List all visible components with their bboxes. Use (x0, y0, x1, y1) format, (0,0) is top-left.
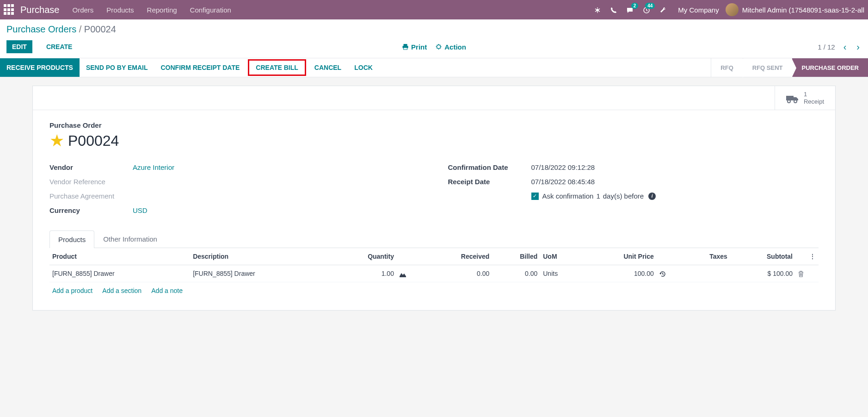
messages-badge: 2 (631, 3, 639, 9)
stat-label: Receipt (804, 98, 824, 106)
currency-label: Currency (49, 206, 133, 214)
svg-rect-2 (403, 44, 407, 46)
th-billed[interactable]: Billed (492, 248, 540, 265)
nav-orders[interactable]: Orders (73, 6, 94, 14)
star-icon[interactable]: ★ (49, 131, 64, 150)
status-purchase-order[interactable]: PURCHASE ORDER (792, 58, 868, 77)
ask-confirm-days: 1 (596, 192, 600, 200)
th-desc[interactable]: Description (190, 248, 331, 265)
status-rfq[interactable]: RFQ (711, 58, 742, 77)
tab-other-info[interactable]: Other Information (94, 230, 166, 248)
cell-subtotal: $ 100.00 (730, 265, 795, 282)
order-lines-table: Product Description Quantity Received Bi… (49, 248, 819, 299)
info-icon[interactable]: i (648, 193, 656, 200)
nav-products[interactable]: Products (106, 6, 134, 14)
add-product-link[interactable]: Add a product (52, 287, 92, 294)
delete-row-icon[interactable] (795, 265, 806, 282)
status-bar: RFQ RFQ SENT PURCHASE ORDER (711, 58, 868, 77)
svg-rect-4 (403, 48, 407, 50)
th-qty[interactable]: Quantity (331, 248, 397, 265)
nav-configuration[interactable]: Configuration (190, 6, 231, 14)
confirm-date-label: Confirmation Date (448, 163, 531, 171)
form-sheet: 1 Receipt Purchase Order ★ P00024 Vendor… (32, 86, 836, 311)
print-button[interactable]: Print (402, 43, 427, 51)
breadcrumb-root[interactable]: Purchase Orders (6, 24, 76, 34)
th-price[interactable]: Unit Price (582, 248, 656, 265)
print-label: Print (411, 43, 427, 51)
breadcrumb: Purchase Orders / P00024 (6, 24, 862, 35)
forecast-icon[interactable] (397, 265, 422, 282)
th-recv[interactable]: Received (422, 248, 492, 265)
th-subtotal[interactable]: Subtotal (730, 248, 795, 265)
confirm-date-button[interactable]: Confirm Receipt Date (154, 58, 246, 77)
lock-button[interactable]: Lock (348, 58, 379, 77)
svg-point-7 (788, 100, 790, 103)
currency-value[interactable]: USD (133, 206, 148, 214)
page-title-label: Purchase Order (49, 121, 819, 129)
app-brand[interactable]: Purchase (20, 5, 60, 15)
create-bill-button[interactable]: Create Bill (248, 59, 306, 76)
pager-prev-icon[interactable]: ‹ (842, 42, 849, 52)
avatar[interactable] (726, 3, 739, 16)
action-button[interactable]: Action (435, 43, 466, 51)
svg-point-5 (437, 45, 440, 49)
add-note-link[interactable]: Add a note (151, 287, 183, 294)
clock-badge: 44 (645, 3, 655, 9)
cell-price: 100.00 (582, 265, 656, 282)
table-row[interactable]: [FURN_8855] Drawer [FURN_8855] Drawer 1.… (49, 265, 819, 282)
th-uom[interactable]: UoM (540, 248, 582, 265)
svg-point-8 (794, 100, 797, 103)
receipt-date-value: 07/18/2022 08:45:48 (531, 178, 595, 186)
ask-confirm-suffix: day(s) before (603, 192, 644, 200)
vendor-label: Vendor (49, 163, 133, 171)
phone-icon[interactable] (610, 6, 617, 13)
create-button[interactable]: Create (41, 40, 78, 53)
order-name: P00024 (68, 132, 119, 149)
bug-icon[interactable] (594, 6, 601, 13)
ask-confirm-checkbox[interactable]: ✓ (531, 193, 539, 200)
action-label: Action (444, 43, 466, 51)
agreement-label: Purchase Agreement (49, 192, 133, 200)
cell-billed: 0.00 (492, 265, 540, 282)
price-history-icon[interactable] (657, 265, 682, 282)
send-po-button[interactable]: Send PO by Email (80, 58, 154, 77)
cell-qty: 1.00 (331, 265, 397, 282)
columns-menu-icon[interactable]: ⋮ (809, 253, 816, 260)
top-navbar: Purchase Orders Products Reporting Confi… (0, 0, 868, 19)
th-taxes[interactable]: Taxes (682, 248, 730, 265)
tab-products[interactable]: Products (49, 230, 94, 248)
pager-text[interactable]: 1 / 12 (818, 43, 835, 51)
user-menu[interactable]: Mitchell Admin (17548091-saas-15-2-all (742, 6, 864, 14)
breadcrumb-current: P00024 (84, 24, 116, 34)
truck-icon (786, 92, 799, 105)
cancel-button[interactable]: Cancel (308, 58, 348, 77)
receipt-date-label: Receipt Date (448, 178, 531, 186)
apps-icon[interactable] (4, 4, 15, 15)
add-section-link[interactable]: Add a section (102, 287, 142, 294)
stat-count: 1 (804, 91, 824, 98)
cell-taxes (682, 265, 730, 282)
company-selector[interactable]: My Company (678, 6, 719, 14)
wrench-icon[interactable] (659, 6, 667, 13)
action-bar: Receive Products Send PO by Email Confir… (0, 58, 868, 77)
nav-reporting[interactable]: Reporting (147, 6, 177, 14)
vendor-ref-label: Vendor Reference (49, 178, 133, 186)
th-product[interactable]: Product (49, 248, 190, 265)
vendor-value[interactable]: Azure Interior (133, 163, 174, 171)
ask-confirm-prefix: Ask confirmation (542, 192, 594, 200)
svg-rect-6 (786, 96, 794, 100)
status-rfq-sent[interactable]: RFQ SENT (743, 58, 792, 77)
svg-point-0 (596, 9, 599, 12)
cell-recv: 0.00 (422, 265, 492, 282)
cell-uom: Units (540, 265, 582, 282)
receipt-stat-button[interactable]: 1 Receipt (775, 86, 835, 110)
cell-desc: [FURN_8855] Drawer (190, 265, 331, 282)
edit-button[interactable]: Edit (6, 40, 32, 53)
clock-icon[interactable]: 44 (643, 6, 650, 13)
messages-icon[interactable]: 2 (626, 6, 634, 13)
control-bar: Purchase Orders / P00024 Edit Create Pri… (0, 19, 868, 58)
confirm-date-value: 07/18/2022 09:12:28 (531, 163, 595, 171)
cell-product: [FURN_8855] Drawer (49, 265, 190, 282)
pager-next-icon[interactable]: › (855, 42, 862, 52)
receive-products-button[interactable]: Receive Products (0, 58, 80, 77)
